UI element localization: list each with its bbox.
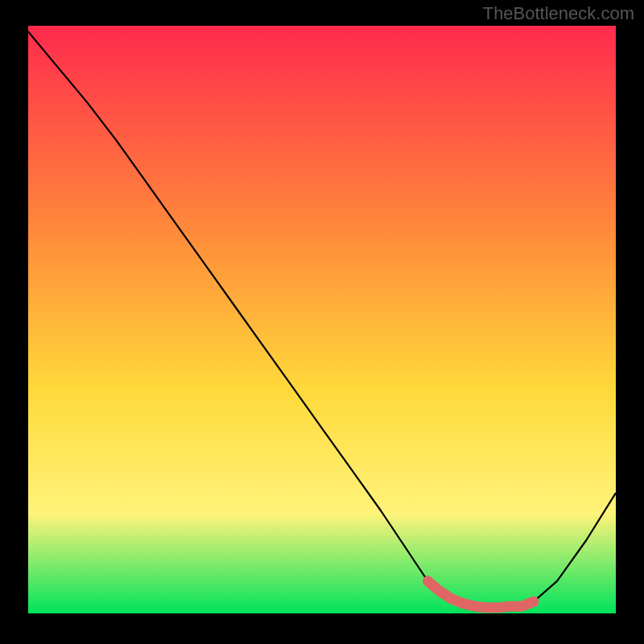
- valley-marker-end-dot: [528, 597, 539, 607]
- gradient-background: [28, 26, 616, 613]
- watermark-text: TheBottleneck.com: [483, 3, 634, 24]
- chart-plot-area: [28, 26, 616, 613]
- bottleneck-chart-svg: [28, 26, 616, 613]
